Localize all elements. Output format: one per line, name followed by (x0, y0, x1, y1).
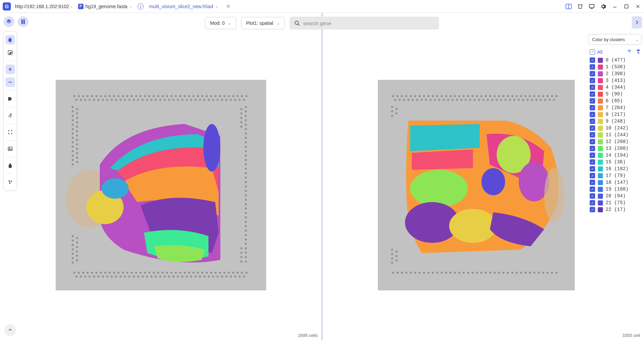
cluster-item-6[interactable]: ✓ 6 (65) (590, 98, 641, 104)
pan-tool[interactable] (5, 35, 15, 44)
cluster-item-0[interactable]: ✓ 0 (477) (590, 57, 641, 63)
cluster-item-3[interactable]: ✓ 3 (413) (590, 78, 641, 83)
cluster-item-1[interactable]: ✓ 1 (530) (590, 64, 641, 70)
run-person-tool[interactable] (5, 111, 15, 120)
cluster-item-15[interactable]: ✓ 15 (36) (590, 159, 641, 165)
monitor-icon[interactable] (588, 3, 595, 10)
cluster-item-5[interactable]: ✓ 5 (99) (590, 91, 641, 97)
tag-tool[interactable] (5, 94, 15, 104)
cluster-label: 19 (108) (606, 186, 628, 192)
gear-icon[interactable] (600, 3, 607, 10)
cluster-checkbox[interactable]: ✓ (590, 98, 595, 104)
search-icon (294, 20, 300, 26)
svg-point-168 (168, 275, 170, 278)
svg-point-30 (82, 95, 84, 97)
svg-point-216 (72, 248, 74, 250)
collapse-panel-button[interactable] (632, 16, 642, 29)
minimize-icon[interactable] (611, 3, 618, 10)
plot-dropdown[interactable]: Plot1: spatial ⌄ (241, 17, 285, 29)
svg-point-362 (432, 272, 434, 274)
cluster-item-21[interactable]: ✓ 21 (75) (590, 200, 641, 205)
cluster-checkbox[interactable]: ✓ (590, 146, 595, 151)
svg-point-358 (414, 272, 416, 274)
pause-button[interactable] (18, 16, 29, 27)
cluster-checkbox[interactable]: ✓ (590, 173, 595, 178)
cluster-item-14[interactable]: ✓ 14 (194) (590, 153, 641, 158)
svg-point-115 (109, 272, 111, 274)
cluster-item-4[interactable]: ✓ 4 (344) (590, 85, 641, 90)
spatial-canvas-left[interactable] (56, 80, 266, 290)
cluster-checkbox[interactable]: ✓ (590, 125, 595, 131)
cluster-checkbox[interactable]: ✓ (590, 91, 595, 97)
cluster-checkbox[interactable]: ✓ (590, 207, 595, 212)
cluster-checkbox[interactable]: ✓ (590, 112, 595, 117)
cluster-item-7[interactable]: ✓ 7 (284) (590, 105, 641, 110)
cluster-item-8[interactable]: ✓ 8 (217) (590, 112, 641, 117)
cluster-item-17[interactable]: ✓ 17 (79) (590, 173, 641, 178)
cluster-checkbox[interactable]: ✓ (590, 78, 595, 83)
url-dropdown[interactable]: http://192.168.1.202:6102 ⌄ (15, 4, 73, 9)
svg-point-185 (243, 275, 245, 278)
cluster-checkbox[interactable]: ✓ (590, 166, 595, 172)
cluster-checkbox[interactable]: ✓ (590, 139, 595, 144)
svg-point-337 (487, 99, 489, 101)
color-by-dropdown[interactable]: Color by clusters ⌄ (588, 34, 642, 45)
maximize-icon[interactable] (623, 3, 630, 10)
cluster-checkbox[interactable]: ✓ (590, 159, 595, 165)
shirt-icon[interactable] (577, 3, 584, 10)
cluster-checkbox[interactable]: ✓ (590, 200, 595, 205)
cluster-checkbox[interactable]: ✓ (590, 186, 595, 192)
cluster-label: 5 (99) (606, 91, 623, 97)
cluster-item-16[interactable]: ✓ 16 (182) (590, 166, 641, 172)
spatial-canvas-right[interactable] (378, 80, 575, 290)
cluster-item-11[interactable]: ✓ 11 (244) (590, 132, 641, 138)
droplet-tool[interactable] (5, 161, 15, 170)
close-tab-button[interactable]: ✕ (223, 3, 233, 10)
cluster-checkbox[interactable]: ✓ (590, 71, 595, 76)
scatter-tool[interactable] (5, 177, 15, 187)
expand-fab[interactable] (5, 324, 16, 335)
layers-button[interactable] (3, 16, 14, 27)
panel-left[interactable]: 2695 cells (0, 13, 322, 340)
zoom-out-tool[interactable] (5, 77, 15, 87)
svg-point-93 (186, 99, 188, 101)
search-gene-input[interactable] (303, 20, 434, 26)
filter-icon[interactable] (627, 49, 632, 55)
cluster-item-9[interactable]: ✓ 9 (248) (590, 119, 641, 124)
search-gene-box[interactable] (290, 17, 439, 30)
cluster-checkbox[interactable]: ✓ (590, 85, 595, 90)
image-tool[interactable] (5, 144, 15, 154)
app-logo[interactable]: G (3, 2, 11, 11)
tab-hg19-genome[interactable]: P hg19_genome.fasta ⌄ (75, 2, 135, 11)
cluster-checkbox[interactable]: ✓ (590, 64, 595, 70)
cluster-checkbox[interactable]: ✓ (590, 193, 595, 199)
close-window-icon[interactable] (634, 3, 641, 10)
cluster-checkbox[interactable]: ✓ (590, 132, 595, 138)
cluster-checkbox[interactable]: ✓ (590, 180, 595, 185)
cluster-item-10[interactable]: ✓ 10 (242) (590, 125, 641, 131)
mod-dropdown[interactable]: Mod: 0 ⌄ (205, 17, 236, 29)
cluster-item-22[interactable]: ✓ 22 (17) (590, 207, 641, 212)
cluster-checkbox[interactable]: ✓ (590, 57, 595, 63)
svg-point-387 (542, 272, 544, 274)
cluster-item-12[interactable]: ✓ 12 (208) (590, 139, 641, 144)
edit-tool[interactable] (5, 48, 15, 57)
cluster-all-toggle[interactable]: ✓ All (590, 49, 603, 55)
tab-multi-visium[interactable]: multi_visium_slice2_new.h5ad ⌄ (146, 2, 220, 11)
cluster-checkbox[interactable]: ✓ (590, 119, 595, 124)
cluster-item-20[interactable]: ✓ 20 (94) (590, 193, 641, 199)
fullscreen-tool[interactable] (5, 127, 15, 137)
svg-point-238 (245, 159, 247, 161)
cluster-item-13[interactable]: ✓ 13 (200) (590, 146, 641, 151)
cluster-item-2[interactable]: ✓ 2 (398) (590, 71, 641, 76)
cluster-checkbox[interactable]: ✓ (590, 105, 595, 110)
cluster-checkbox[interactable]: ✓ (590, 153, 595, 158)
cluster-item-18[interactable]: ✓ 18 (147) (590, 180, 641, 185)
info-icon[interactable]: i (137, 3, 144, 10)
layout-split-icon[interactable] (565, 3, 572, 10)
paint-icon[interactable] (636, 49, 641, 55)
zoom-in-tool[interactable] (5, 65, 15, 74)
cluster-item-19[interactable]: ✓ 19 (108) (590, 186, 641, 192)
tools-sidebar (3, 31, 17, 191)
checkbox-all[interactable]: ✓ (590, 49, 595, 55)
